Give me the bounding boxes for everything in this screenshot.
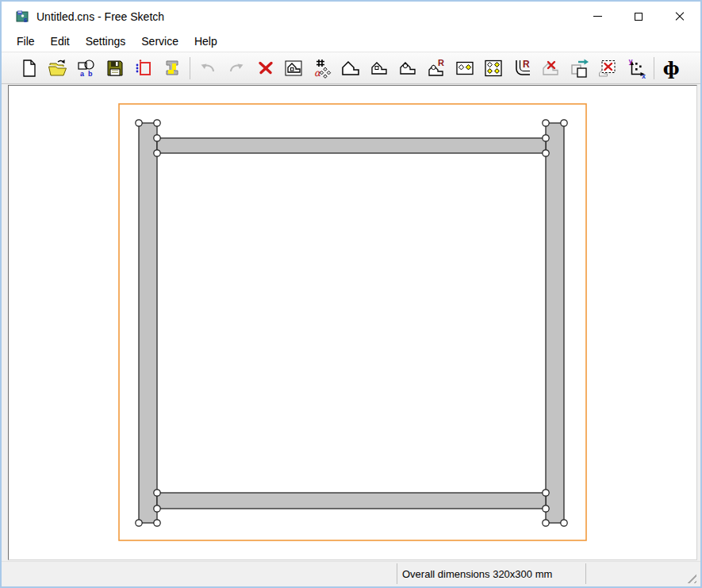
frame-parameters-button[interactable] — [129, 55, 158, 82]
close-button[interactable] — [659, 2, 700, 31]
toolbar: a b — [2, 52, 700, 84]
status-message: Overall dimensions 320x300 mm — [397, 563, 586, 584]
delete-contour-icon — [540, 58, 561, 79]
menu-settings[interactable]: Settings — [78, 33, 134, 50]
svg-text:x: x — [642, 72, 646, 79]
undo-button[interactable] — [194, 55, 222, 82]
menu-help[interactable]: Help — [186, 33, 225, 50]
workspace — [2, 84, 700, 561]
coordinate-axes-button[interactable]: y x — [622, 55, 650, 82]
delete-button[interactable] — [251, 55, 279, 82]
workspace-outline — [119, 104, 586, 540]
svg-text:R: R — [438, 58, 444, 67]
open-file-button[interactable] — [44, 55, 72, 82]
grid-alpha-icon: α — [312, 58, 332, 79]
contour-square-icon — [369, 58, 389, 79]
delete-selection-button[interactable] — [593, 55, 622, 82]
profile-button[interactable] — [158, 55, 186, 82]
right-profile — [546, 123, 564, 523]
bottom-profile — [157, 493, 546, 509]
svg-text:y: y — [629, 58, 633, 65]
maximize-button[interactable] — [618, 2, 659, 31]
contour-icon — [340, 58, 361, 79]
rename-ab-icon: a b — [76, 58, 97, 79]
new-file-button[interactable] — [15, 55, 44, 82]
top-profile — [157, 138, 546, 153]
minimize-button[interactable] — [577, 2, 618, 31]
svg-text:s: s — [24, 15, 28, 23]
window-controls — [577, 2, 700, 31]
corner-radius-icon: R — [512, 58, 532, 79]
save-button[interactable] — [101, 55, 129, 82]
save-floppy-icon — [105, 58, 125, 79]
contour-radius-node-button[interactable]: R — [422, 55, 451, 82]
minimize-icon — [593, 16, 602, 17]
new-file-icon — [19, 58, 40, 79]
nodes-quad-button[interactable] — [479, 55, 508, 82]
insert-profile-button[interactable] — [279, 55, 308, 82]
delete-contour-button[interactable] — [536, 55, 565, 82]
window-title: Untitled.cns - Free Sketch — [36, 10, 164, 23]
app-window: s Untitled.cns - Free Sketch File Edit S… — [0, 0, 702, 588]
menu-service[interactable]: Service — [133, 33, 186, 50]
grid-settings-button[interactable]: α — [308, 55, 336, 82]
menu-file[interactable]: File — [9, 33, 43, 50]
frame-nodes[interactable] — [136, 120, 567, 526]
toolbar-separator — [654, 57, 654, 79]
frame-profiles[interactable] — [139, 123, 564, 523]
contour-square-node-button[interactable] — [365, 55, 393, 82]
corner-radius-button[interactable]: R — [508, 55, 536, 82]
copy-squares-icon — [569, 58, 589, 79]
contour-circle-icon — [397, 58, 418, 79]
contour-round-node-button[interactable] — [393, 55, 422, 82]
app-icon: s — [16, 10, 29, 23]
diameter-button[interactable]: ф — [658, 55, 685, 82]
save-as-button[interactable]: a b — [72, 55, 101, 82]
svg-text:R: R — [523, 59, 530, 70]
maximize-icon — [635, 13, 643, 21]
svg-text:a: a — [80, 70, 85, 78]
axes-xy-icon: y x — [626, 58, 646, 79]
menu-edit[interactable]: Edit — [43, 33, 78, 50]
open-folder-icon — [48, 58, 68, 79]
status-bar: Overall dimensions 320x300 mm — [2, 561, 700, 586]
sketch-canvas[interactable] — [8, 85, 697, 560]
i-beam-icon — [162, 58, 182, 79]
close-icon — [675, 12, 685, 21]
frame-drawing — [9, 86, 698, 561]
contour-button[interactable] — [336, 55, 365, 82]
svg-text:b: b — [88, 70, 93, 78]
copy-object-button[interactable] — [565, 55, 593, 82]
status-panel-right — [589, 563, 697, 584]
toolbar-separator — [190, 57, 190, 79]
delete-x-icon — [255, 58, 275, 79]
redo-button[interactable] — [222, 55, 251, 82]
menu-bar: File Edit Settings Service Help — [2, 31, 700, 52]
left-profile — [139, 123, 157, 523]
title-bar: s Untitled.cns - Free Sketch — [2, 2, 700, 31]
four-diamonds-icon — [483, 58, 504, 79]
profile-box-icon — [283, 58, 304, 79]
dashed-box-x-icon — [597, 58, 618, 79]
undo-icon — [198, 58, 218, 79]
nodes-pair-button[interactable] — [451, 55, 479, 82]
red-frame-icon — [133, 58, 154, 79]
redo-icon — [226, 58, 247, 79]
resize-grip[interactable] — [685, 572, 696, 583]
two-diamonds-icon — [455, 58, 475, 79]
contour-circle-r-icon: R — [426, 58, 447, 79]
